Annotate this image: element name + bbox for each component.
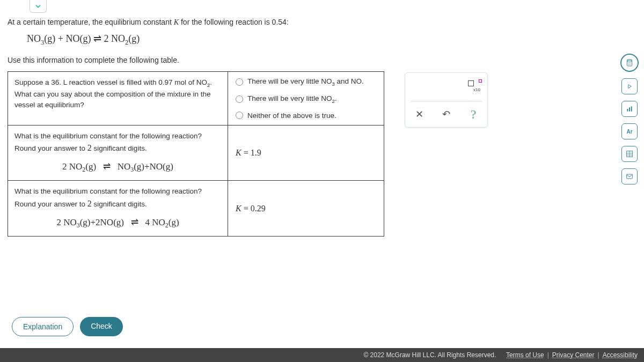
close-icon: ✕ — [415, 108, 423, 120]
radio-icon — [236, 112, 243, 119]
tool-rail: Ar — [620, 54, 639, 184]
x10-label: x10 — [473, 87, 480, 92]
divider: | — [547, 351, 549, 359]
table-row: Suppose a 36. L reaction vessel is fille… — [8, 72, 384, 125]
accessibility-link[interactable]: Accessibility — [603, 351, 638, 359]
svg-point-2 — [628, 63, 628, 63]
undo-icon: ↶ — [442, 108, 450, 120]
intro-line-1: At a certain temperature, the equilibriu… — [8, 16, 636, 28]
footer: © 2022 McGraw Hill LLC. All Rights Reser… — [0, 348, 644, 362]
text: for the following reaction is — [179, 18, 272, 26]
reset-button[interactable]: ↶ — [438, 107, 455, 122]
svg-point-7 — [630, 64, 631, 65]
periodic-button[interactable]: Ar — [621, 123, 638, 139]
chevron-down-icon — [34, 3, 42, 10]
k-expression: K = 1.9 — [236, 148, 261, 158]
question-cell: What is the equilibrium constant for the… — [8, 125, 228, 181]
svg-point-5 — [628, 64, 628, 65]
table-row: What is the equilibrium constant for the… — [8, 125, 384, 181]
question-body: At a certain temperature, the equilibriu… — [0, 0, 644, 237]
privacy-link[interactable]: Privacy Center — [552, 351, 595, 359]
video-button[interactable] — [621, 78, 638, 94]
text: Round your answer to 2 significant digit… — [14, 142, 221, 154]
k-value: 0.54 — [272, 18, 287, 26]
question-cell: What is the equilibrium constant for the… — [8, 181, 228, 236]
table-row: What is the equilibrium constant for the… — [8, 181, 384, 236]
mol-value: 0.97 — [158, 78, 172, 86]
k-symbol: K — [174, 18, 179, 26]
exponent-box-icon — [479, 79, 482, 83]
sci-notation-button[interactable]: x10 — [468, 80, 482, 92]
email-button[interactable] — [621, 168, 638, 184]
radio-label: There will be very little NO2. — [247, 94, 337, 104]
radio-option-1[interactable]: There will be very little NO3 and NO. — [236, 77, 376, 87]
bar-chart-icon — [625, 105, 634, 113]
k-symbol: K — [236, 148, 241, 157]
svg-rect-15 — [627, 174, 633, 179]
answer-cell: There will be very little NO3 and NO. Th… — [228, 72, 384, 124]
radio-icon — [236, 95, 243, 103]
answer-cell: K = 1.9 — [228, 125, 384, 181]
k-value: 0.29 — [251, 204, 266, 213]
play-icon — [625, 82, 634, 91]
question-table: Suppose a 36. L reaction vessel is fille… — [8, 71, 384, 236]
radio-label: There will be very little NO3 and NO. — [247, 77, 364, 87]
box-icon — [468, 80, 474, 86]
copyright-text: © 2022 McGraw Hill LLC. All Rights Reser… — [363, 351, 496, 359]
svg-point-3 — [629, 63, 630, 63]
text: = — [241, 204, 251, 213]
text: = — [241, 148, 251, 157]
k-expression: K = 0.29 — [236, 204, 266, 213]
reaction-equation: 2 NO2(g) ⇌ NO3(g)+NO(g) — [14, 160, 221, 175]
radio-icon — [236, 78, 243, 86]
action-buttons: Explanation Check — [12, 317, 123, 336]
radio-label: Neither of the above is true. — [247, 112, 336, 120]
text: L reaction vessel is filled with — [61, 78, 158, 86]
k-value: 1.9 — [251, 148, 261, 157]
text: What is the equilibrium constant for the… — [14, 186, 221, 197]
svg-rect-10 — [631, 106, 632, 111]
text: At a certain temperature, the equilibriu… — [8, 18, 174, 26]
svg-rect-8 — [627, 109, 628, 112]
svg-rect-9 — [629, 107, 630, 111]
radio-option-2[interactable]: There will be very little NO2. — [236, 94, 376, 104]
input-palette: x10 ✕ ↶ ? — [405, 72, 488, 128]
explanation-button[interactable]: Explanation — [12, 317, 74, 336]
clear-button[interactable]: ✕ — [411, 107, 428, 122]
text: : — [287, 18, 289, 26]
volume-value: 36. — [51, 78, 61, 86]
calculator-icon — [625, 58, 634, 67]
mail-icon — [625, 172, 634, 181]
check-button[interactable]: Check — [80, 317, 123, 336]
text: What is the equilibrium constant for the… — [14, 131, 221, 142]
k-symbol: K — [236, 204, 241, 213]
svg-rect-1 — [628, 60, 632, 62]
reaction-equation: 2 NO3(g)+2NO(g) ⇌ 4 NO2(g) — [14, 216, 221, 231]
svg-point-4 — [630, 63, 631, 63]
question-icon: ? — [471, 107, 477, 122]
intro-line-2: Use this information to complete the fol… — [8, 54, 636, 66]
svg-point-6 — [629, 64, 630, 65]
main-equation: NO3(g) + NO(g) ⇌ 2 NO2(g) — [27, 33, 636, 47]
text: Round your answer to 2 significant digit… — [14, 197, 221, 210]
table-icon — [625, 150, 634, 158]
collapse-toggle[interactable] — [30, 0, 47, 13]
ar-icon: Ar — [626, 129, 632, 135]
radio-option-3[interactable]: Neither of the above is true. — [236, 112, 376, 120]
calculator-button[interactable] — [620, 54, 639, 72]
answer-cell: K = 0.29 — [228, 181, 384, 236]
divider — [411, 101, 482, 101]
terms-link[interactable]: Terms of Use — [506, 351, 544, 359]
help-button[interactable]: ? — [465, 107, 482, 122]
reference-button[interactable] — [621, 146, 638, 162]
stats-button[interactable] — [621, 101, 638, 117]
text: Suppose a — [14, 78, 51, 86]
divider: | — [598, 351, 599, 359]
question-cell: Suppose a 36. L reaction vessel is fille… — [8, 72, 228, 124]
